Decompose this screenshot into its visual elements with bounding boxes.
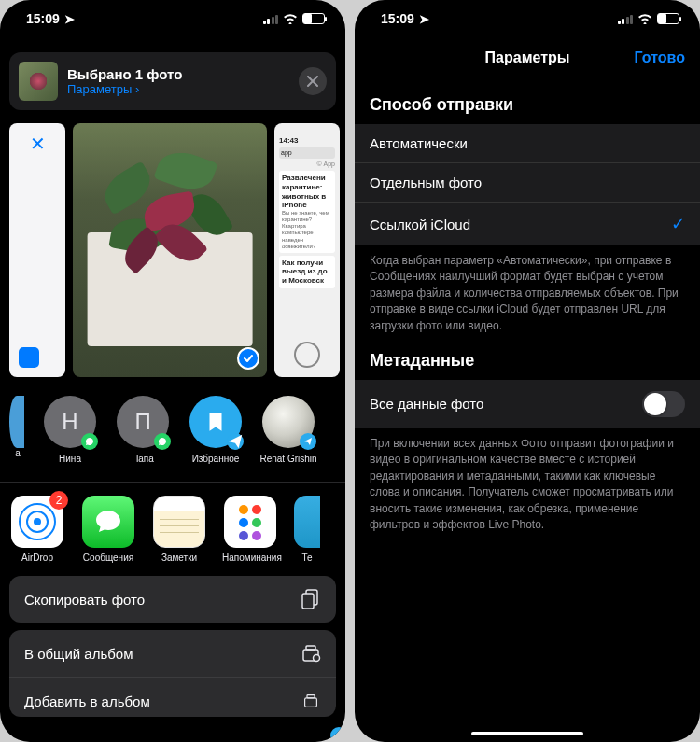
avatar: [189, 396, 242, 448]
photo-item[interactable]: ✕: [9, 123, 65, 377]
close-icon: [307, 76, 318, 87]
telegram-badge-icon: [227, 433, 244, 450]
options-phone: 15:09 ➤ Параметры Готово Способ отправки…: [355, 0, 700, 742]
location-icon: ➤: [64, 12, 75, 26]
status-bar: 15:09 ➤: [0, 0, 345, 37]
app-notes[interactable]: Заметки: [151, 496, 207, 563]
app-reminders[interactable]: Напоминания: [222, 496, 278, 563]
reminders-icon: [224, 496, 276, 548]
options-link[interactable]: Параметры ›: [67, 82, 182, 96]
status-time: 15:09: [381, 11, 414, 26]
app-icon: [19, 347, 39, 368]
avatar: П: [117, 396, 169, 448]
location-icon: ➤: [419, 12, 429, 26]
done-button[interactable]: Готово: [635, 49, 685, 66]
app-telegram[interactable]: Те: [293, 496, 321, 563]
option-auto[interactable]: Автоматически: [355, 124, 700, 163]
whatsapp-badge-icon: [81, 433, 98, 450]
status-bar: 15:09 ➤: [355, 0, 700, 37]
contact-item[interactable]: Избранное: [187, 396, 245, 465]
contact-item[interactable]: Н Нина: [41, 396, 99, 465]
avatar: [262, 396, 315, 448]
navbar: Параметры Готово: [355, 37, 700, 78]
wifi-icon: [283, 13, 298, 24]
selection-title: Выбрано 1 фото: [67, 66, 182, 82]
svg-rect-6: [307, 695, 315, 698]
svg-rect-1: [302, 594, 314, 609]
action-shared-album[interactable]: В общий альбом: [9, 630, 336, 678]
photo-carousel[interactable]: ✕ 14:43 app © Арр Развлечени карантине:: [0, 110, 345, 390]
app-messages[interactable]: Сообщения: [80, 496, 136, 563]
settings-body: Способ отправки Автоматически Отдельным …: [355, 78, 700, 533]
photo-item-selected[interactable]: [73, 123, 267, 377]
action-copy-photo[interactable]: Скопировать фото: [9, 576, 336, 623]
avatar: Н: [44, 396, 96, 448]
actions-list: Скопировать фото В общий альбом Добавить…: [0, 576, 345, 726]
navbar-title: Параметры: [485, 49, 570, 66]
telegram-icon: [294, 496, 320, 548]
cellular-icon: [618, 14, 634, 24]
shared-album-icon: [301, 643, 321, 664]
app-airdrop[interactable]: 2 AirDrop: [9, 496, 65, 563]
section-description: Когда выбран параметр «Автоматически», п…: [355, 245, 700, 334]
capture-icon: [294, 342, 320, 368]
home-indicator[interactable]: [471, 732, 583, 735]
close-icon: ✕: [9, 123, 65, 155]
contact-item[interactable]: Renat Grishin: [259, 396, 317, 465]
svg-rect-3: [306, 646, 315, 650]
svg-point-4: [314, 655, 320, 662]
messages-icon: [82, 496, 134, 548]
selection-header: Выбрано 1 фото Параметры ›: [9, 52, 336, 110]
option-individual[interactable]: Отдельным фото: [355, 163, 700, 203]
share-sheet-phone: 15:09 ➤ Выбрано 1 фото Параметры › ✕: [0, 0, 345, 742]
checkmark-icon: ✓: [671, 214, 685, 234]
toggle-switch[interactable]: [642, 391, 685, 417]
selection-thumbnail: [19, 62, 58, 101]
section-header: Метаданные: [355, 334, 700, 380]
battery-icon: [657, 13, 679, 24]
notes-icon: [153, 496, 205, 548]
telegram-badge-icon: [300, 433, 316, 450]
send-method-list: Автоматически Отдельным фото Ссылкой iCl…: [355, 124, 700, 245]
whatsapp-badge-icon: [154, 433, 171, 450]
bookmark-icon: [203, 410, 228, 434]
badge: 2: [49, 491, 68, 510]
contacts-row[interactable]: а Н Нина П Папа Избранное Renat Grishin: [0, 390, 345, 482]
photo-item[interactable]: 14:43 app © Арр Развлечени карантине: жи…: [274, 123, 340, 377]
selected-checkmark-icon: [237, 347, 259, 370]
wifi-icon: [637, 13, 652, 24]
status-time: 15:09: [26, 11, 60, 26]
airdrop-icon: 2: [11, 496, 63, 548]
contact-item[interactable]: а: [9, 396, 26, 465]
option-all-photo-data[interactable]: Все данные фото: [355, 380, 700, 428]
action-add-to-album[interactable]: Добавить в альбом: [9, 678, 336, 717]
svg-rect-5: [305, 698, 317, 707]
close-button[interactable]: [299, 67, 327, 95]
add-album-icon: [301, 691, 321, 711]
section-header: Способ отправки: [355, 95, 700, 124]
battery-icon: [302, 13, 325, 24]
cellular-icon: [263, 14, 279, 24]
apps-row[interactable]: 2 AirDrop Сообщения Заметки Напоминания …: [0, 482, 345, 576]
copy-icon: [301, 589, 321, 609]
contact-item[interactable]: П Папа: [114, 396, 172, 465]
metadata-list: Все данные фото: [355, 380, 700, 428]
option-icloud-link[interactable]: Ссылкой iCloud ✓: [355, 203, 700, 245]
section-description: При включении всех данных Фото отправит …: [355, 428, 700, 533]
